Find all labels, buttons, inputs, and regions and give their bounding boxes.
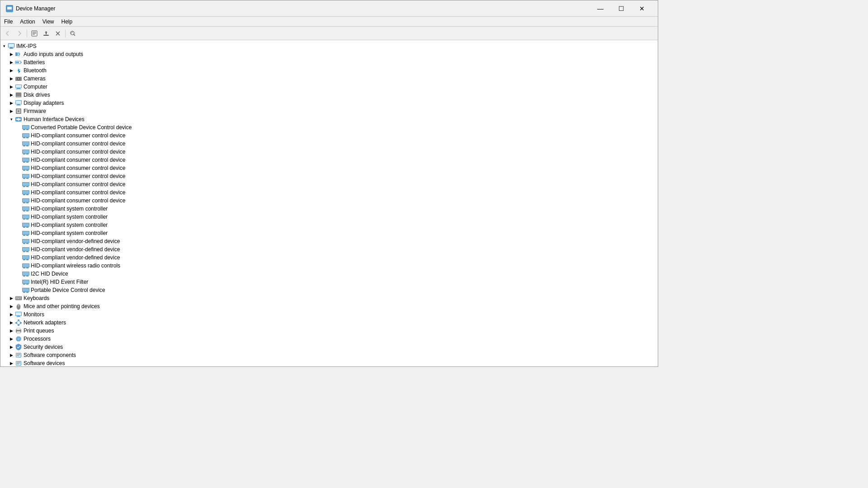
svg-rect-153 — [17, 331, 20, 333]
tree-row-hid-sys-2[interactable]: ▶ HID-compliant system controller — [0, 213, 658, 221]
tree-row-hid-sys-1[interactable]: ▶ HID-compliant system controller — [0, 205, 658, 213]
menu-help[interactable]: Help — [58, 18, 76, 25]
tree-row-hid-sys-3[interactable]: ▶ HID-compliant system controller — [0, 221, 658, 229]
computer-label: Computer — [24, 84, 47, 90]
toggle-keyboards[interactable]: ▶ — [8, 295, 15, 302]
svg-rect-102 — [23, 243, 25, 244]
tree-row-hid-consumer-2[interactable]: ▶ HID-compliant consumer control device — [0, 140, 658, 148]
menu-file[interactable]: File — [0, 18, 16, 25]
tree-row-hid-sys-4[interactable]: ▶ HID-compliant system controller — [0, 229, 658, 237]
menu-view[interactable]: View — [39, 18, 58, 25]
svg-rect-8 — [43, 35, 49, 36]
hid-sys-icon-4 — [22, 230, 29, 237]
svg-rect-2 — [8, 10, 11, 11]
menu-action[interactable]: Action — [16, 18, 38, 25]
tree-row-root[interactable]: ▾ IMK-IPS — [0, 42, 658, 50]
tree-row-hid-consumer-7[interactable]: ▶ HID-compliant consumer control device — [0, 180, 658, 188]
tree-row-software-components[interactable]: ▶ Software components — [0, 351, 658, 359]
hid-vendor-label-3: HID-compliant vendor-defined device — [31, 254, 120, 261]
hid-consumer-label-1: HID-compliant consumer control device — [31, 132, 125, 139]
toggle-processors[interactable]: ▶ — [8, 335, 15, 343]
tree-row-monitors[interactable]: ▶ Monitors — [0, 310, 658, 319]
toggle-mice[interactable]: ▶ — [8, 303, 15, 310]
tree-row-audio[interactable]: ▶ Audio inputs and outputs — [0, 50, 658, 58]
svg-rect-78 — [23, 194, 25, 195]
batteries-label: Batteries — [24, 59, 45, 66]
toggle-batteries[interactable]: ▶ — [8, 59, 15, 66]
maximize-button[interactable]: ☐ — [611, 2, 632, 15]
tree-row-cameras[interactable]: ▶ Cameras — [0, 75, 658, 83]
tree-row-processors[interactable]: ▶ — [0, 335, 658, 343]
toggle-security[interactable]: ▶ — [8, 343, 15, 351]
tree-row-disk[interactable]: ▶ Disk drives — [0, 91, 658, 99]
software-devices-icon — [15, 360, 22, 366]
window-controls: — ☐ ✕ — [590, 2, 652, 15]
hid-consumer-icon-8 — [22, 189, 29, 196]
back-button[interactable] — [2, 28, 13, 38]
tree-row-hid[interactable]: ▾ Human Interface Devices — [0, 115, 658, 123]
toggle-display[interactable]: ▶ — [8, 99, 15, 107]
tree-row-display[interactable]: ▶ Display adapters — [0, 99, 658, 107]
tree-content[interactable]: ▾ IMK-IPS ▶ — [0, 40, 658, 366]
tree-row-keyboards[interactable]: ▶ Keyboards — [0, 294, 658, 302]
svg-rect-29 — [16, 89, 21, 89]
tree-row-firmware[interactable]: ▶ Firmware — [0, 107, 658, 115]
tree-row-hid-vendor-2[interactable]: ▶ HID-compliant vendor-defined device — [0, 245, 658, 253]
properties-button[interactable] — [29, 28, 40, 38]
svg-rect-93 — [23, 223, 29, 226]
tree-row-bluetooth[interactable]: ▶ Bluetooth — [0, 66, 658, 75]
close-button[interactable]: ✕ — [632, 2, 652, 15]
tree-row-network[interactable]: ▶ Network adapters — [0, 319, 658, 327]
toggle-cameras[interactable]: ▶ — [8, 75, 15, 82]
tree-row-i2c-hid[interactable]: ▶ I2C HID Device — [0, 270, 658, 278]
svg-rect-36 — [16, 105, 21, 106]
tree-row-portable[interactable]: ▶ Portable Device Control device — [0, 286, 658, 294]
tree-row-hid-consumer-6[interactable]: ▶ HID-compliant consumer control device — [0, 172, 658, 180]
tree-row-computer[interactable]: ▶ Computer — [0, 83, 658, 91]
tree-row-batteries[interactable]: ▶ Batteries — [0, 58, 658, 66]
scan-button[interactable] — [67, 28, 78, 38]
firmware-label: Firmware — [24, 108, 46, 114]
tree-row-mice[interactable]: ▶ Mice and other pointing devices — [0, 302, 658, 310]
tree-row-software-devices[interactable]: ▶ Software devices — [0, 359, 658, 366]
tree-row-security[interactable]: ▶ Security devices — [0, 343, 658, 351]
forward-button[interactable] — [14, 28, 25, 38]
tree-row-hid-consumer-3[interactable]: ▶ HID-compliant consumer control device — [0, 148, 658, 156]
tree-row-hid-wireless[interactable]: ▶ HID-compliant wireless radio controls — [0, 262, 658, 270]
no-toggle-intel: ▶ — [15, 278, 22, 286]
tree-row-converted-portable[interactable]: ▶ Converted Portable Device Control devi… — [0, 123, 658, 131]
svg-rect-74 — [23, 186, 25, 187]
toggle-print[interactable]: ▶ — [8, 327, 15, 334]
toggle-computer[interactable]: ▶ — [8, 83, 15, 90]
tree-row-hid-consumer-5[interactable]: ▶ HID-compliant consumer control device — [0, 164, 658, 172]
svg-rect-174 — [17, 356, 19, 356]
hid-vendor-label-1: HID-compliant vendor-defined device — [31, 238, 120, 244]
hid-sys-label-3: HID-compliant system controller — [31, 222, 108, 228]
no-toggle: ▶ — [15, 132, 22, 139]
tree-row-hid-consumer-1[interactable]: ▶ HID-compliant consumer control device — [0, 131, 658, 140]
tree-row-hid-consumer-9[interactable]: ▶ HID-compliant consumer control device — [0, 197, 658, 205]
toggle-network[interactable]: ▶ — [8, 319, 15, 326]
toggle-bluetooth[interactable]: ▶ — [8, 67, 15, 74]
tree-row-hid-consumer-8[interactable]: ▶ HID-compliant consumer control device — [0, 188, 658, 197]
tree-row-hid-vendor-1[interactable]: ▶ HID-compliant vendor-defined device — [0, 237, 658, 245]
toggle-root[interactable]: ▾ — [0, 42, 8, 50]
toggle-software-devices[interactable]: ▶ — [8, 360, 15, 366]
toggle-hid[interactable]: ▾ — [8, 116, 15, 123]
software-components-icon — [15, 352, 22, 359]
toggle-software-components[interactable]: ▶ — [8, 352, 15, 359]
toggle-disk[interactable]: ▶ — [8, 91, 15, 99]
tree-row-hid-vendor-3[interactable]: ▶ HID-compliant vendor-defined device — [0, 253, 658, 262]
tree-row-hid-consumer-4[interactable]: ▶ HID-compliant consumer control device — [0, 156, 658, 164]
minimize-button[interactable]: — — [590, 2, 611, 15]
toggle-firmware[interactable]: ▶ — [8, 108, 15, 115]
uninstall-button[interactable] — [52, 28, 63, 38]
no-toggle-i2c: ▶ — [15, 270, 22, 277]
hid-vendor-icon-1 — [22, 238, 29, 245]
toggle-audio[interactable]: ▶ — [8, 51, 15, 58]
tree-row-print[interactable]: ▶ Print queues — [0, 327, 658, 335]
no-toggle-portable: ▶ — [15, 286, 22, 294]
update-driver-button[interactable] — [41, 28, 52, 38]
tree-row-intel-hid[interactable]: ▶ Intel(R) HID Event Filter — [0, 278, 658, 286]
toggle-monitors[interactable]: ▶ — [8, 311, 15, 318]
